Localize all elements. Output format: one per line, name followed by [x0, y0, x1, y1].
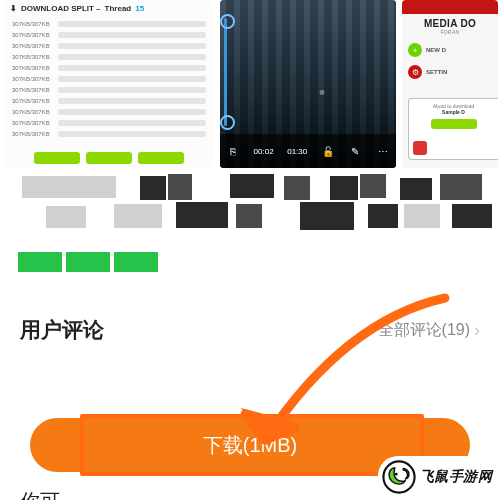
time-total: 01:30: [287, 147, 307, 156]
screenshot-carousel[interactable]: ⬇ DOWNLOAD SPLIT – Thread 15 307KB/307KB…: [0, 0, 500, 168]
scissors-icon: ✎: [348, 144, 362, 158]
next-section-title: 你可: [20, 488, 60, 500]
all-reviews-label: 全部评论(19): [378, 320, 470, 341]
lock-open-icon: 🔓: [321, 144, 335, 158]
chevron-right-icon: ›: [474, 320, 480, 341]
svg-point-1: [383, 461, 414, 492]
shot1-title: DOWNLOAD SPLIT –: [21, 4, 101, 13]
thread-size: 307KB/307KB: [12, 21, 54, 27]
shot3-btn2: SETTIN: [426, 69, 447, 75]
panel-download-btn: [431, 119, 477, 129]
cast-icon: ⎘: [226, 144, 240, 158]
svg-point-2: [394, 473, 397, 476]
app-tags: [0, 252, 500, 272]
all-reviews-link[interactable]: 全部评论(19) ›: [378, 320, 480, 341]
flash-logo-icon: [413, 141, 427, 155]
seek-bar: [224, 18, 227, 126]
download-indicator-icon: ⬇: [10, 4, 17, 13]
download-button-label: 下载(1MB): [203, 432, 297, 459]
player-controls: ⎘ 00:02 01:30 🔓 ✎ ⋯: [220, 134, 396, 168]
shot3-title: MEDIA DO: [402, 18, 498, 29]
threads-count: 15: [135, 4, 144, 13]
threads-label: Thread: [105, 4, 132, 13]
gear-icon: ⚙: [408, 65, 422, 79]
watermark-text: 飞鼠手游网: [420, 468, 493, 486]
blurred-app-title: [0, 168, 500, 252]
screenshot-1[interactable]: ⬇ DOWNLOAD SPLIT – Thread 15 307KB/307KB…: [4, 0, 214, 168]
screenshot-3[interactable]: MEDIA DO FOR AN +NEW D ⚙SETTIN About to …: [402, 0, 498, 168]
shot3-btn1: NEW D: [426, 47, 446, 53]
shot1-bottom-buttons: [4, 152, 214, 164]
user-reviews-heading: 用户评论: [20, 316, 104, 344]
panel-name: Sample D: [413, 109, 494, 115]
time-elapsed: 00:02: [254, 147, 274, 156]
more-icon: ⋯: [376, 144, 390, 158]
squirrel-logo-icon: [382, 460, 416, 494]
plus-icon: +: [408, 43, 422, 57]
download-threads-list: 307KB/307KB 307KB/307KB 307KB/307KB 307K…: [4, 15, 214, 143]
shot3-subtitle: FOR AN: [402, 29, 498, 35]
site-watermark: 飞鼠手游网: [380, 458, 499, 496]
screenshot-2[interactable]: ⎘ 00:02 01:30 🔓 ✎ ⋯: [220, 0, 396, 168]
